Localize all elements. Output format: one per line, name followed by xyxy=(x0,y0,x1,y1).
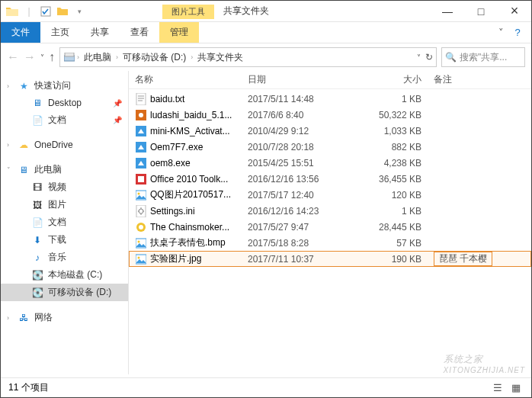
file-size: 1 KB xyxy=(370,94,428,104)
file-icon xyxy=(135,253,147,265)
status-item-count: 11 个项目 xyxy=(8,381,49,394)
file-name: Oem7F7.exe xyxy=(150,142,203,152)
chevron-right-icon[interactable]: › xyxy=(191,53,193,61)
chevron-right-icon[interactable]: › xyxy=(7,141,9,149)
table-row[interactable]: Oem7F7.exe2010/7/28 20:18882 KB xyxy=(129,139,531,155)
table-row[interactable]: mini-KMS_Activat...2010/4/29 9:121,033 K… xyxy=(129,123,531,139)
svg-point-12 xyxy=(138,192,140,194)
sidebar-item-quick-access[interactable]: › ★ 快速访问 xyxy=(1,77,128,95)
tab-file[interactable]: 文件 xyxy=(1,22,40,43)
tab-share[interactable]: 共享 xyxy=(80,22,120,43)
folder-small-icon[interactable] xyxy=(56,5,69,18)
svg-rect-10 xyxy=(138,176,144,182)
tab-manage[interactable]: 管理 xyxy=(159,22,199,43)
file-size: 190 KB xyxy=(370,254,428,265)
sidebar-item-label: OneDrive xyxy=(34,140,73,150)
sidebar-item-thispc[interactable]: ˅ 🖥 此电脑 xyxy=(1,161,128,178)
table-row[interactable]: oem8.exe2015/4/25 15:514,238 KB xyxy=(129,155,531,171)
qat-dropdown-icon[interactable]: ▾ xyxy=(72,5,86,18)
sidebar-item-videos[interactable]: 🎞视频 xyxy=(1,178,128,196)
search-placeholder: 搜索"共享... xyxy=(460,51,507,64)
sidebar-item-cdrive[interactable]: 💽本地磁盘 (C:) xyxy=(1,266,128,284)
drive-icon: 💽 xyxy=(31,269,43,281)
search-input[interactable]: 🔍 搜索"共享... xyxy=(441,47,525,67)
sidebar-item-pictures[interactable]: 🖼图片 xyxy=(1,196,128,213)
view-switcher: ☰ ▦ xyxy=(490,380,524,396)
sidebar-item-label: 图片 xyxy=(48,198,66,211)
chevron-down-icon[interactable]: ˅ xyxy=(7,166,11,174)
table-row[interactable]: ludashi_baidu_5.1...2017/6/6 8:4050,322 … xyxy=(129,107,531,123)
tab-home[interactable]: 主页 xyxy=(40,22,80,43)
sidebar-item-label: 视频 xyxy=(48,181,66,194)
sidebar-item-onedrive[interactable]: › ☁ OneDrive xyxy=(1,136,128,153)
file-date: 2015/4/25 15:51 xyxy=(248,158,370,169)
ribbon: 文件 主页 共享 查看 管理 ˅ ? xyxy=(1,22,531,43)
window-title: 共享文件夹 xyxy=(214,3,278,19)
column-name[interactable]: 名称 xyxy=(135,73,248,86)
svg-rect-3 xyxy=(136,93,146,105)
address-bar[interactable]: › 此电脑 › 可移动设备 (D:) › 共享文件夹 ˅ ↻ xyxy=(59,47,437,67)
table-row[interactable]: Office 2010 Toolk...2016/12/16 13:5636,4… xyxy=(129,171,531,187)
recent-dropdown-icon[interactable]: ˅ xyxy=(40,53,44,62)
file-icon xyxy=(135,173,147,185)
chevron-right-icon[interactable]: › xyxy=(7,314,9,322)
videos-icon: 🎞 xyxy=(31,181,43,194)
column-note[interactable]: 备注 xyxy=(428,73,531,86)
quick-access-toolbar: | ▾ xyxy=(1,5,86,18)
table-row[interactable]: 扶桌子表情包.bmp2017/5/18 8:2857 KB xyxy=(129,235,531,251)
qat-checkbox-icon[interactable] xyxy=(39,5,53,18)
sidebar-item-label: 文档 xyxy=(48,216,66,229)
address-right: ˅ ↻ xyxy=(417,52,433,63)
back-button[interactable]: ← xyxy=(7,50,19,64)
sidebar-item-documents2[interactable]: 📄文档 xyxy=(1,213,128,231)
up-button[interactable]: ↑ xyxy=(49,50,55,64)
chevron-right-icon[interactable]: › xyxy=(77,53,79,61)
sidebar-item-label: 本地磁盘 (C:) xyxy=(48,268,102,281)
drive-icon: 💽 xyxy=(31,287,43,299)
breadcrumb-drive[interactable]: 可移动设备 (D:) xyxy=(120,51,189,64)
sidebar-item-label: Desktop xyxy=(48,98,82,108)
sidebar-item-desktop[interactable]: 🖥 Desktop 📌 xyxy=(1,95,128,111)
sidebar-item-network[interactable]: › 🖧 网络 xyxy=(1,309,128,326)
help-icon[interactable]: ? xyxy=(510,25,525,40)
thumbnails-view-icon[interactable]: ▦ xyxy=(508,380,524,396)
column-date[interactable]: 日期 xyxy=(248,73,370,86)
column-size[interactable]: 大小 xyxy=(370,73,428,86)
sidebar-item-downloads[interactable]: ⬇下载 xyxy=(1,231,128,249)
folder-icon xyxy=(5,5,19,18)
forward-button[interactable]: → xyxy=(24,50,36,64)
breadcrumb-thispc[interactable]: 此电脑 xyxy=(81,51,114,64)
address-dropdown-icon[interactable]: ˅ xyxy=(417,53,421,62)
chevron-right-icon[interactable]: › xyxy=(116,53,118,61)
refresh-icon[interactable]: ↻ xyxy=(425,52,433,63)
file-icon xyxy=(135,109,147,121)
window-controls: — □ × xyxy=(431,1,531,21)
table-row[interactable]: QQ图片20170517...2017/5/17 12:40120 KB xyxy=(129,187,531,203)
sidebar-item-ddrive[interactable]: 💽可移动设备 (D:) xyxy=(1,284,128,301)
details-view-icon[interactable]: ☰ xyxy=(490,380,505,396)
column-headers: 名称 日期 大小 备注 xyxy=(129,71,531,89)
ribbon-expand-icon[interactable]: ˅ xyxy=(493,25,508,40)
nav-buttons: ← → ˅ ↑ xyxy=(7,50,55,64)
table-row[interactable]: The Chainsmoker...2017/5/27 9:4728,445 K… xyxy=(129,219,531,235)
chevron-right-icon[interactable]: › xyxy=(7,82,9,90)
table-row[interactable]: baidu.txt2017/5/11 14:481 KB xyxy=(129,91,531,107)
file-size: 50,322 KB xyxy=(370,110,428,120)
titlebar: | ▾ 图片工具 共享文件夹 — □ × xyxy=(1,1,531,22)
music-icon: ♪ xyxy=(31,252,43,264)
sidebar-item-documents[interactable]: 📄 文档 📌 xyxy=(1,111,128,129)
table-row[interactable]: 实验图片.jpg2017/7/11 10:37190 KB琵琶 千本樱 xyxy=(129,251,531,267)
maximize-button[interactable]: □ xyxy=(464,1,498,21)
file-name: baidu.txt xyxy=(150,94,184,104)
context-label: 图片工具 xyxy=(162,5,214,19)
sidebar-item-music[interactable]: ♪音乐 xyxy=(1,249,128,266)
sidebar-item-label: 文档 xyxy=(48,114,66,127)
table-row[interactable]: Settings.ini2016/12/16 14:231 KB xyxy=(129,203,531,219)
tab-view[interactable]: 查看 xyxy=(120,22,159,43)
breadcrumb-folder[interactable]: 共享文件夹 xyxy=(194,51,246,64)
desktop-icon: 🖥 xyxy=(31,97,43,109)
minimize-button[interactable]: — xyxy=(431,1,464,21)
file-size: 1 KB xyxy=(370,206,428,217)
file-icon xyxy=(135,93,147,105)
close-button[interactable]: × xyxy=(498,1,531,21)
